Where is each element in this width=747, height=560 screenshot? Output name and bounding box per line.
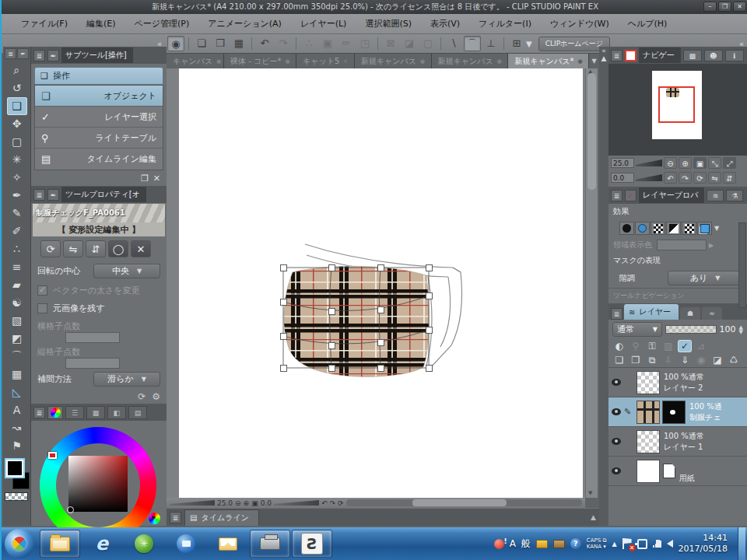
rotation-slider[interactable] <box>274 500 319 506</box>
v-lattice-input[interactable] <box>65 358 120 369</box>
approx-color-tab[interactable]: ▤ <box>128 406 147 419</box>
rotation-center-dropdown[interactable]: 中央 ▼ <box>93 264 160 278</box>
airbrush-tool[interactable]: ∴ <box>7 240 27 258</box>
zoom-slider[interactable] <box>170 500 215 506</box>
deselect-icon[interactable]: ∴ <box>300 36 317 51</box>
frame-icon[interactable]: ▢ <box>419 36 437 51</box>
copy-subtool-icon[interactable]: ❐ <box>141 173 149 184</box>
area-color-field[interactable] <box>657 240 707 250</box>
line-correct-tool[interactable]: ↝ <box>7 419 27 437</box>
menu-file[interactable]: ファイル(F) <box>12 15 76 33</box>
menu-help[interactable]: ヘルプ(H) <box>619 15 676 33</box>
new-folder-icon[interactable]: ⧉ <box>646 355 658 366</box>
pencil-tool[interactable]: ✎ <box>7 205 27 222</box>
clip-to-layer-icon[interactable]: ◐ <box>613 341 626 352</box>
panel-menu-icon[interactable]: ≣ <box>611 50 622 61</box>
taskbar-explorer[interactable] <box>40 530 80 558</box>
save-icon[interactable]: ▦ <box>230 36 247 51</box>
fit-to-screen-icon[interactable]: ▣ <box>693 157 707 169</box>
layer-mask-icon[interactable]: ◪ <box>711 355 724 366</box>
opacity-stepper[interactable]: ▲▼ <box>739 325 743 334</box>
new-layer-dialog-icon[interactable]: ❐ <box>630 355 642 366</box>
transfer-down-icon[interactable]: ⇩ <box>662 355 675 366</box>
color-wheel-tab[interactable] <box>47 406 63 419</box>
action-center-icon[interactable] <box>622 538 632 549</box>
border-effect-icon[interactable] <box>619 222 634 235</box>
new-file-icon[interactable]: ❏ <box>193 36 210 51</box>
rotate-left-icon[interactable]: ↶ <box>664 172 677 184</box>
main-color-swatch[interactable] <box>5 458 25 478</box>
subtool-panel-title[interactable]: サブツール[操作] <box>61 47 133 63</box>
layer-mask-thumbnail[interactable] <box>662 401 686 424</box>
blend-mode-dropdown[interactable]: 通常 ▼ <box>612 322 662 337</box>
quick-mask-icon[interactable]: ✏ <box>338 36 355 51</box>
auto-select-tool[interactable]: ✳ <box>7 151 27 169</box>
sv-cursor[interactable] <box>67 506 74 513</box>
ime-input-mode[interactable]: A <box>510 538 516 549</box>
ruler-tool[interactable]: ◺ <box>7 383 27 401</box>
navigator-zoom-slider[interactable] <box>636 159 662 166</box>
flip-horizontal-icon[interactable]: ⤡ <box>708 157 721 169</box>
blend-tool[interactable]: ☯ <box>7 294 27 312</box>
vertical-scrollbar[interactable]: ▲ ▼ <box>585 68 598 498</box>
mirror-vertical-icon[interactable]: ⇵ <box>723 172 736 184</box>
doc-tab-1[interactable]: キャンバス● <box>167 54 224 68</box>
open-file-icon[interactable]: ❒ <box>212 36 229 51</box>
doc-tab-4[interactable]: 新規キャンバス● <box>355 54 432 68</box>
layer-visible-icon[interactable] <box>612 408 621 415</box>
workspace-icon[interactable]: ⊞ <box>508 36 525 51</box>
interpolation-dropdown[interactable]: 滑らか ▼ <box>93 372 160 387</box>
zoom-tool[interactable]: ⌕ <box>7 61 27 79</box>
chevron-down-icon[interactable]: ▼ <box>714 225 719 232</box>
caps-kana-indicator[interactable]: CAPS ⧉KANA ▾ <box>587 537 607 550</box>
subtool-timeline-edit[interactable]: ▤ タイムライン編集 <box>35 149 163 170</box>
menu-page[interactable]: ページ管理(P) <box>126 15 198 33</box>
zoom-out-icon[interactable]: ⊖ <box>664 157 677 169</box>
color-mode-icon[interactable] <box>149 513 160 524</box>
zoom-out-icon[interactable]: ⊖ <box>235 499 241 507</box>
close-tab-icon[interactable]: ✕ <box>343 58 348 65</box>
navigator-preview[interactable] <box>608 64 747 156</box>
mirror-horizontal-icon[interactable]: ⇋ <box>708 172 721 184</box>
stories-tab-icon[interactable]: ≈ <box>702 307 722 320</box>
expand-timeline-icon[interactable]: ▲ <box>591 513 596 521</box>
expression-color-icon[interactable] <box>697 222 712 235</box>
layer-visible-icon[interactable] <box>612 438 621 445</box>
rotate-right-icon[interactable]: ↷ <box>679 172 692 184</box>
color-set-tab[interactable]: ▦ <box>86 406 105 419</box>
crop-icon[interactable]: ⊠ <box>382 36 399 51</box>
rotate-right-icon[interactable]: ↷ <box>330 499 336 507</box>
combine-icon[interactable]: ◉ <box>695 355 707 366</box>
tool-property-title[interactable]: ツールプロパティ[オ <box>61 187 146 202</box>
panel-menu-icon[interactable]: ≣ <box>611 308 622 320</box>
taskbar-internet-explorer[interactable]: e <box>82 530 122 558</box>
new-layer-icon[interactable]: ❏ <box>613 355 626 366</box>
snap-ruler-icon[interactable]: ∖ <box>445 36 462 51</box>
close-button[interactable]: ✕ <box>733 2 746 12</box>
panel-menu-icon[interactable]: ≣ <box>33 407 45 418</box>
animation-cel-tab-icon[interactable]: ≋ <box>707 190 724 201</box>
flip-horizontal-button[interactable]: ⇋ <box>63 240 83 257</box>
layer-thumbnail[interactable] <box>637 430 660 453</box>
layer-row-2[interactable]: 100 %通常レイヤー 2 <box>608 368 747 397</box>
brush-tool[interactable]: ✐ <box>7 222 27 240</box>
eyedropper-tool[interactable]: ✧ <box>7 169 27 187</box>
pen-tool[interactable]: ✒ <box>7 187 27 205</box>
operate-tool[interactable]: ❑ <box>7 97 27 115</box>
taskbar-scanner-app[interactable] <box>250 530 290 558</box>
menu-animation[interactable]: アニメーション(A) <box>199 15 290 33</box>
transparent-color-swatch[interactable] <box>5 492 28 501</box>
tone-dropdown[interactable]: あり ▼ <box>668 271 742 285</box>
opacity-slider[interactable] <box>665 325 717 334</box>
trim-icon[interactable]: ◪ <box>401 36 418 51</box>
zoom-in-icon[interactable]: ⊕ <box>679 157 692 169</box>
doc-tab-3[interactable]: キャット5✕ <box>296 54 355 68</box>
reset-view-icon[interactable]: ⟳ <box>693 172 707 184</box>
flip-vertical-icon[interactable]: ⤢ <box>723 157 736 169</box>
snap-curve-icon[interactable]: ⌒ <box>464 36 481 51</box>
layer-property-tab[interactable]: レイヤープロパ <box>639 187 704 203</box>
reset-settings-icon[interactable]: ⟳ <box>138 391 146 402</box>
confirm-transform-button[interactable]: ◯ <box>108 240 128 257</box>
pen-panel-icon[interactable]: ✒ <box>17 48 29 59</box>
rotate-left-icon[interactable]: ↶ <box>321 499 328 507</box>
